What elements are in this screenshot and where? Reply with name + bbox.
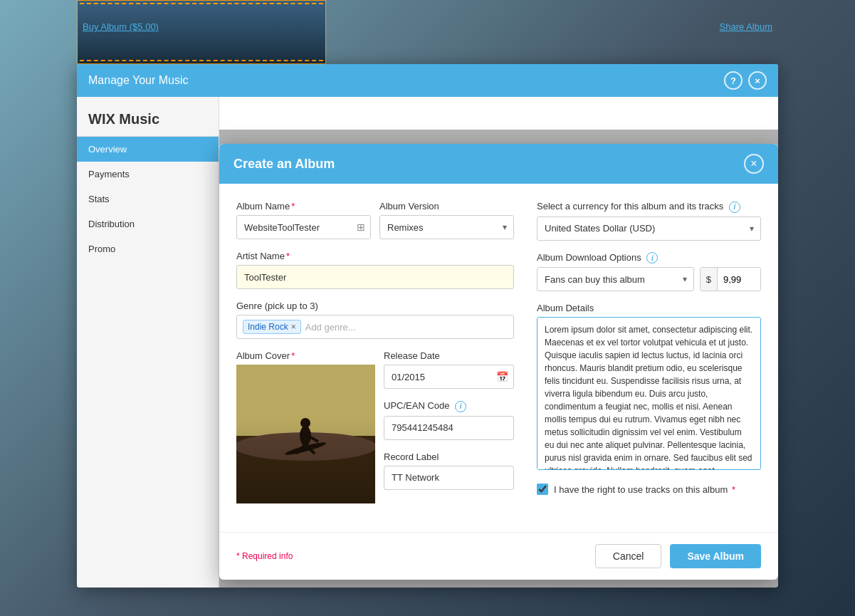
- album-cover-image[interactable]: [236, 365, 375, 503]
- sidebar-item-stats[interactable]: Stats: [77, 187, 219, 212]
- download-select-wrap: Fans can buy this album Fans can downloa…: [537, 267, 694, 291]
- sidebar-label-promo: Promo: [88, 244, 115, 254]
- sidebar-item-promo[interactable]: Promo: [77, 236, 219, 261]
- save-album-button[interactable]: Save Album: [670, 544, 761, 568]
- form-right-col: Select a currency for this album and its…: [537, 201, 761, 515]
- record-label-group: Record Label: [384, 451, 514, 490]
- svg-rect-0: [236, 365, 375, 503]
- album-name-version-row: Album Name* ⊞ Album Version: [236, 201, 514, 251]
- svg-point-2: [236, 432, 375, 461]
- inner-modal-title: Create an Album: [234, 157, 335, 172]
- dashed-border-bottom: [80, 60, 323, 61]
- currency-select[interactable]: United States Dollar (USD) Euro (EUR) Br…: [537, 216, 761, 241]
- artist-name-input[interactable]: [236, 265, 514, 289]
- rights-checkbox-label: I have the right to use tracks on this a…: [554, 484, 735, 495]
- inner-modal-body: Album Name* ⊞ Album Version: [219, 184, 778, 526]
- album-details-group: Album Details: [537, 303, 761, 472]
- required-note: * Required info: [236, 551, 293, 561]
- album-version-label: Album Version: [379, 201, 514, 212]
- form-columns: Album Name* ⊞ Album Version: [236, 201, 761, 515]
- create-album-modal: Create an Album ×: [219, 144, 778, 580]
- album-cover-required: *: [291, 350, 295, 361]
- top-bar: Buy Album ($5.00) Share Album: [77, 4, 778, 32]
- svg-point-4: [300, 418, 310, 428]
- genre-tag-remove-icon[interactable]: ×: [291, 322, 296, 332]
- release-date-label: Release Date: [384, 350, 514, 361]
- outer-close-button[interactable]: ×: [748, 71, 767, 90]
- share-album-link[interactable]: Share Album: [720, 21, 772, 32]
- genre-placeholder: Add genre...: [305, 322, 356, 333]
- price-dollar-symbol: $: [701, 268, 718, 291]
- date-upc-label-col: Release Date 📅: [384, 350, 514, 501]
- sidebar-label-distribution: Distribution: [88, 219, 135, 229]
- wix-logo: WIX Music: [77, 103, 219, 137]
- album-details-label: Album Details: [537, 303, 761, 313]
- upc-label: UPC/EAN Code i: [384, 400, 514, 412]
- album-version-select-wrap: Remixes Original Live Acoustic Deluxe Ed…: [379, 215, 514, 239]
- cover-date-row: Album Cover*: [236, 350, 514, 515]
- record-label-input[interactable]: [384, 466, 514, 490]
- download-row: Fans can buy this album Fans can downloa…: [537, 267, 761, 291]
- calendar-icon: 📅: [496, 371, 508, 382]
- footer-buttons: Cancel Save Album: [595, 544, 761, 568]
- album-name-input-wrap: ⊞: [236, 215, 371, 239]
- album-version-select[interactable]: Remixes Original Live Acoustic Deluxe Ed…: [379, 215, 514, 239]
- genre-tag-indie-rock: Indie Rock ×: [243, 320, 301, 334]
- inner-modal-footer: * Required info Cancel Save Album: [219, 532, 778, 580]
- album-name-input[interactable]: [236, 215, 371, 239]
- release-date-input-wrap: 📅: [384, 365, 514, 389]
- download-select[interactable]: Fans can buy this album Fans can downloa…: [537, 267, 694, 291]
- genre-tag-label: Indie Rock: [248, 322, 288, 332]
- rights-required: *: [732, 484, 735, 495]
- svg-line-7: [305, 444, 315, 454]
- genre-group: Genre (pick up to 3) Indie Rock × Add ge…: [236, 301, 514, 339]
- outer-modal-content: WIX Music Overview Payments Stats Distri…: [77, 97, 778, 588]
- inner-modal-overlay: Create an Album ×: [219, 130, 778, 588]
- main-content-area: Create an Album ×: [219, 97, 778, 588]
- upc-info-icon: i: [455, 401, 466, 412]
- inner-modal-header: Create an Album ×: [219, 144, 778, 184]
- outer-modal-title: Manage Your Music: [88, 74, 189, 87]
- upc-group: UPC/EAN Code i: [384, 400, 514, 440]
- upc-input[interactable]: [384, 416, 514, 440]
- help-button[interactable]: ?: [724, 71, 743, 90]
- currency-group: Select a currency for this album and its…: [537, 201, 761, 241]
- sidebar-item-overview[interactable]: Overview: [77, 137, 219, 162]
- svg-line-6: [305, 434, 318, 442]
- sidebar-label-payments: Payments: [88, 169, 130, 179]
- price-input[interactable]: [718, 268, 760, 291]
- sidebar-item-distribution[interactable]: Distribution: [77, 212, 219, 236]
- album-cover-label: Album Cover*: [236, 350, 375, 361]
- svg-point-5: [284, 440, 327, 456]
- release-date-input[interactable]: [384, 365, 514, 389]
- download-options-label: Album Download Options i: [537, 252, 761, 264]
- svg-rect-1: [236, 436, 375, 503]
- sidebar-label-overview: Overview: [88, 144, 127, 155]
- download-options-group: Album Download Options i Fans can buy th…: [537, 252, 761, 292]
- sidebar: WIX Music Overview Payments Stats Distri…: [77, 97, 219, 588]
- artist-name-required: *: [286, 251, 290, 261]
- cancel-button[interactable]: Cancel: [595, 544, 662, 568]
- rights-checkbox[interactable]: [537, 484, 548, 495]
- surfer-svg: [236, 365, 375, 503]
- artist-name-label: Artist Name*: [236, 251, 514, 261]
- album-details-textarea[interactable]: [537, 317, 761, 470]
- sidebar-item-payments[interactable]: Payments: [77, 162, 219, 187]
- artist-name-group: Artist Name*: [236, 251, 514, 289]
- outer-modal-actions: ? ×: [724, 71, 767, 90]
- genre-label: Genre (pick up to 3): [236, 301, 514, 311]
- buy-album-link[interactable]: Buy Album ($5.00): [83, 21, 159, 32]
- album-name-icon: ⊞: [357, 221, 365, 233]
- outer-modal-header: Manage Your Music ? ×: [77, 64, 778, 97]
- svg-line-8: [296, 444, 305, 454]
- sidebar-label-stats: Stats: [88, 194, 110, 204]
- album-cover-group: Album Cover*: [236, 350, 375, 503]
- download-info-icon: i: [646, 252, 658, 263]
- rights-checkbox-row: I have the right to use tracks on this a…: [537, 484, 761, 495]
- release-date-group: Release Date 📅: [384, 350, 514, 389]
- svg-point-3: [300, 426, 311, 446]
- manage-music-modal: Manage Your Music ? × WIX Music Overview…: [77, 64, 778, 588]
- album-name-label: Album Name*: [236, 201, 371, 212]
- inner-close-button[interactable]: ×: [744, 154, 764, 174]
- genre-input-wrap[interactable]: Indie Rock × Add genre...: [236, 315, 514, 339]
